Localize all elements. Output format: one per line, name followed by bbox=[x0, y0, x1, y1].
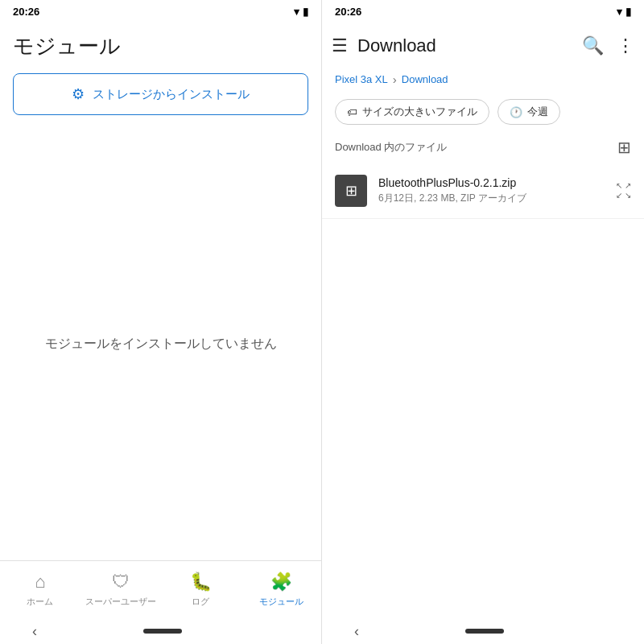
bug-icon: 🐛 bbox=[190, 572, 212, 592]
filter-bar: 🏷 サイズの大きいファイル 🕐 今週 bbox=[322, 93, 644, 131]
install-button-area: ⚙ ストレージからインストール bbox=[0, 73, 321, 128]
right-back-chevron-icon[interactable]: ‹ bbox=[354, 623, 359, 640]
nav-item-superuser[interactable]: 🛡 スーパーユーザー bbox=[80, 565, 161, 614]
right-battery-icon: ▮ bbox=[625, 6, 631, 18]
wifi-icon: ▾ bbox=[294, 6, 299, 18]
install-from-storage-button[interactable]: ⚙ ストレージからインストール bbox=[13, 73, 308, 115]
filter-chip-this-week[interactable]: 🕐 今週 bbox=[497, 99, 560, 125]
nav-item-module[interactable]: 🧩 モジュール bbox=[241, 565, 321, 614]
breadcrumb-separator: › bbox=[393, 72, 397, 86]
filter-chip-large-files-label: サイズの大きいファイル bbox=[362, 105, 477, 119]
breadcrumb: Pixel 3a XL › Download bbox=[322, 69, 644, 93]
left-time: 20:26 bbox=[13, 6, 39, 18]
right-status-bar: 20:26 ▾ ▮ bbox=[322, 0, 644, 23]
header-actions: 🔍 ⋮ bbox=[582, 35, 634, 56]
empty-state-text: モジュールをインストールしていません bbox=[45, 336, 277, 353]
filter-chip-this-week-label: 今週 bbox=[527, 105, 548, 119]
back-chevron-icon[interactable]: ‹ bbox=[32, 623, 37, 640]
nav-label-home: ホーム bbox=[27, 596, 53, 608]
left-title-area: モジュール bbox=[0, 23, 321, 73]
install-button-label: ストレージからインストール bbox=[93, 87, 250, 102]
right-wifi-icon: ▾ bbox=[617, 6, 622, 18]
nav-item-log[interactable]: 🐛 ログ bbox=[161, 565, 242, 614]
file-meta: 6月12日, 2.23 MB, ZIP アーカイブ bbox=[378, 192, 605, 205]
files-header: Download 内のファイル ⊞ bbox=[322, 131, 644, 163]
right-bottom-bar: ‹ bbox=[322, 618, 644, 644]
search-icon[interactable]: 🔍 bbox=[582, 35, 604, 56]
puzzle-icon: 🧩 bbox=[270, 572, 292, 592]
left-bottom-bar: ‹ bbox=[0, 618, 321, 644]
left-panel: 20:26 ▾ ▮ モジュール ⚙ ストレージからインストール モジュールをイン… bbox=[0, 0, 322, 644]
battery-icon: ▮ bbox=[303, 6, 308, 18]
nav-label-module: モジュール bbox=[259, 596, 303, 608]
right-status-icons: ▾ ▮ bbox=[617, 6, 631, 18]
expand-arrows-icon[interactable]: ↖ ↗ ↙ ↘ bbox=[616, 182, 631, 200]
nav-item-home[interactable]: ⌂ ホーム bbox=[0, 565, 80, 614]
more-options-icon[interactable]: ⋮ bbox=[617, 35, 634, 56]
home-icon: ⌂ bbox=[35, 572, 45, 592]
tag-icon: 🏷 bbox=[347, 106, 357, 118]
empty-state: モジュールをインストールしていません bbox=[0, 128, 321, 560]
breadcrumb-root[interactable]: Pixel 3a XL bbox=[335, 73, 388, 85]
shield-icon: 🛡 bbox=[112, 572, 130, 592]
grid-view-icon[interactable]: ⊞ bbox=[617, 138, 631, 157]
file-item[interactable]: ⊞ BluetoothPlusPlus-0.2.1.zip 6月12日, 2.2… bbox=[322, 163, 644, 219]
file-type-icon: ⊞ bbox=[335, 175, 367, 207]
right-panel: 20:26 ▾ ▮ ☰ Download 🔍 ⋮ Pixel 3a XL › D… bbox=[322, 0, 644, 644]
right-header: ☰ Download 🔍 ⋮ bbox=[322, 23, 644, 69]
hamburger-icon[interactable]: ☰ bbox=[332, 35, 348, 56]
file-name: BluetoothPlusPlus-0.2.1.zip bbox=[378, 176, 605, 189]
right-title: Download bbox=[357, 35, 572, 56]
bottom-nav: ⌂ ホーム 🛡 スーパーユーザー 🐛 ログ 🧩 モジュール bbox=[0, 560, 321, 618]
nav-pill[interactable] bbox=[143, 629, 182, 634]
right-time: 20:26 bbox=[335, 6, 361, 18]
left-status-bar: 20:26 ▾ ▮ bbox=[0, 0, 321, 23]
right-nav-pill[interactable] bbox=[465, 629, 504, 634]
nav-label-log: ログ bbox=[192, 596, 209, 608]
file-info: BluetoothPlusPlus-0.2.1.zip 6月12日, 2.23 … bbox=[378, 176, 605, 205]
nav-label-superuser: スーパーユーザー bbox=[85, 596, 156, 608]
page-title: モジュール bbox=[13, 32, 308, 60]
clock-icon: 🕐 bbox=[510, 106, 522, 118]
zip-icon: ⊞ bbox=[345, 182, 357, 200]
file-list: ⊞ BluetoothPlusPlus-0.2.1.zip 6月12日, 2.2… bbox=[322, 163, 644, 618]
files-header-label: Download 内のファイル bbox=[335, 140, 447, 155]
filter-chip-large-files[interactable]: 🏷 サイズの大きいファイル bbox=[335, 99, 489, 125]
breadcrumb-current[interactable]: Download bbox=[402, 73, 448, 85]
install-icon: ⚙ bbox=[72, 85, 85, 103]
left-status-icons: ▾ ▮ bbox=[294, 6, 308, 18]
